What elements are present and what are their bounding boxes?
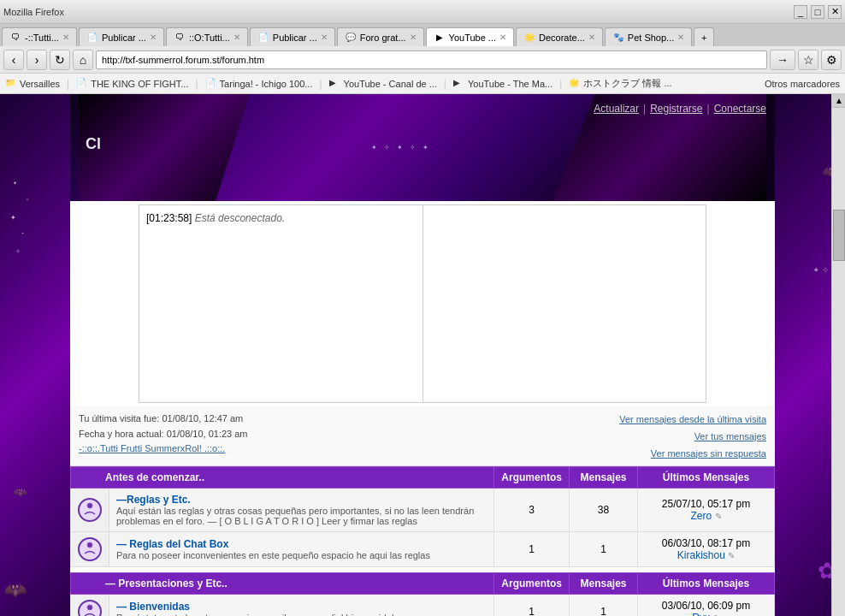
forum-name-link[interactable]: -::o::.Tutti Frutti SummerxRol! .::o::. <box>79 443 225 453</box>
other-bookmarks[interactable]: Otros marcadores <box>765 79 840 89</box>
bookmark-youtube-ma[interactable]: ▶ YouTube - The Ma... <box>453 78 552 90</box>
forum-name-link-1[interactable]: —Reglas y Etc. <box>116 494 191 506</box>
tab-close-3[interactable]: ✕ <box>233 33 240 42</box>
tab-6[interactable]: ▶ YouTube ... ✕ <box>426 27 514 46</box>
ver-tus-link[interactable]: Ver tus mensajes <box>694 431 766 441</box>
bat-icon-left2: 🦇 <box>13 485 27 499</box>
current-date-line: Fecha y hora actual: 01/08/10, 01:23 am <box>79 427 248 442</box>
tab-close-7[interactable]: ✕ <box>588 33 595 42</box>
forum-header: Cl ✦ ✧ ✦ ✧ ✦ Actualizar | Registrarse | … <box>70 94 775 201</box>
tab-label-4: Publicar ... <box>273 33 317 43</box>
bookmark-icon-king: 📄 <box>76 78 88 90</box>
forum-name-link-3[interactable]: — Bienvenidas <box>116 601 190 613</box>
bookmark-sep-4: | <box>444 78 446 90</box>
tab-close-5[interactable]: ✕ <box>410 33 417 42</box>
reload-button[interactable]: ↻ <box>50 50 70 70</box>
address-bar[interactable] <box>96 50 767 69</box>
close-button[interactable]: ✕ <box>828 5 842 19</box>
bookmark-king[interactable]: 📄 THE KING OF FIGHT... <box>76 78 188 90</box>
minimize-button[interactable]: _ <box>794 5 807 19</box>
tab-5[interactable]: 💬 Foro grat... ✕ <box>337 27 424 46</box>
back-button[interactable]: ‹ <box>3 50 24 70</box>
scrollbar-track: ▲ ▼ <box>831 94 845 616</box>
maximize-button[interactable]: □ <box>811 5 824 19</box>
forum-argumentos-3: 1 <box>494 595 570 616</box>
new-tab-button[interactable]: + <box>694 27 714 46</box>
actualizar-link[interactable]: Actualizar <box>594 103 639 115</box>
home-button[interactable]: ⌂ <box>73 50 93 70</box>
tab-favicon-6: ▶ <box>434 32 446 44</box>
bookmark-sep-3: | <box>319 78 322 90</box>
tab-4[interactable]: 📄 Publicar ... ✕ <box>250 27 335 46</box>
tab-label-3: ::O:Tutti... <box>189 33 230 43</box>
scrollbar-up[interactable]: ▲ <box>832 94 845 108</box>
forum-argumentos-1: 3 <box>494 489 570 532</box>
scrollbar-thumb[interactable] <box>833 210 845 261</box>
info-right: Ver mensajes desde la última visita Ver … <box>619 412 766 462</box>
tab-favicon-8: 🐾 <box>612 32 624 44</box>
bookmark-sep-1: | <box>67 78 69 90</box>
forum-last-user-link-2[interactable]: Kirakishou <box>677 549 725 561</box>
forum-last-1: 25/07/10, 05:17 pm Zero ✎ <box>638 489 775 532</box>
tab-favicon-4: 📄 <box>257 32 269 44</box>
section2-col-mensajes: Mensajes <box>570 573 638 595</box>
info-left: Tu última visita fue: 01/08/10, 12:47 am… <box>79 412 248 457</box>
ver-mensajes-link[interactable]: Ver mensajes desde la última visita <box>619 414 766 424</box>
bookmark-youtube-canal[interactable]: ▶ YouTube - Canal de ... <box>329 78 437 90</box>
section1-header: Antes de comenzar.. <box>71 467 494 489</box>
bat-icon-left: 🦇 <box>4 579 27 601</box>
tab-1[interactable]: 🗨 -::Tutti... ✕ <box>2 27 77 46</box>
tab-close-1[interactable]: ✕ <box>62 33 69 42</box>
browser-window: Mozilla Firefox _ □ ✕ 🗨 -::Tutti... ✕ 📄 … <box>0 0 845 94</box>
forum-last-user-2: Kirakishou ✎ <box>645 549 767 561</box>
title-bar: Mozilla Firefox _ □ ✕ <box>0 0 845 24</box>
forum-last-user-link-3[interactable]: Ryu <box>692 612 710 616</box>
right-sidebar-deco: 🦇 ✿ ✦ ✧ ✦ ▲ ▼ <box>775 94 845 616</box>
go-button[interactable]: → <box>770 50 795 70</box>
header-sep-1: | <box>643 103 646 115</box>
forum-main: Cl ✦ ✧ ✦ ✧ ✦ Actualizar | Registrarse | … <box>70 94 775 616</box>
forum-last-3: 03/06/10, 06:09 pm Ryu ✎ <box>638 595 775 616</box>
tab-favicon-7: 🌟 <box>523 32 535 44</box>
forum-row-chatbox: — Reglas del Chat Box Para no poseer inc… <box>71 532 775 567</box>
bookmark-taringa[interactable]: 📄 Taringa! - Ichigo 100... <box>205 78 313 90</box>
tab-2[interactable]: 📄 Publicar ... ✕ <box>79 27 164 46</box>
post-icon-2: ✎ <box>728 551 735 560</box>
bookmark-host[interactable]: 🌟 ホストクラブ 情報 ... <box>569 77 671 90</box>
tab-3[interactable]: 🗨 ::O:Tutti... ✕ <box>166 27 248 46</box>
forum-name-link-2[interactable]: — Reglas del Chat Box <box>116 538 228 550</box>
forum-name-line: -::o::.Tutti Frutti SummerxRol! .::o::. <box>79 441 248 457</box>
tab-close-6[interactable]: ✕ <box>499 33 506 42</box>
forward-button[interactable]: › <box>27 50 47 70</box>
tools-button[interactable]: ⚙ <box>821 50 842 70</box>
conectarse-link[interactable]: Conectarse <box>714 103 766 115</box>
tab-close-4[interactable]: ✕ <box>321 33 328 42</box>
ver-sin-respuesta-link[interactable]: Ver mensajes sin respuesta <box>651 448 766 459</box>
bookmark-button[interactable]: ☆ <box>798 50 818 70</box>
forum-row-reglas: —Reglas y Etc. Aquí están las reglas y o… <box>71 489 775 532</box>
bookmark-label-king: THE KING OF FIGHT... <box>91 79 188 89</box>
registrarse-link[interactable]: Registrarse <box>650 103 702 115</box>
nav-bar: ‹ › ↻ ⌂ → ☆ ⚙ <box>0 46 845 74</box>
tab-7[interactable]: 🌟 Decorate... ✕ <box>516 27 603 46</box>
chat-timestamp: [01:23:58] <box>146 212 192 224</box>
forum-name-cell-3: — Bienvenidas Preséntate ante los otros … <box>109 595 494 616</box>
info-bar: Tu última visita fue: 01/08/10, 12:47 am… <box>70 406 775 466</box>
forum-icon-1 <box>78 498 102 522</box>
window-title: Mozilla Firefox <box>3 7 794 17</box>
tab-8[interactable]: 🐾 Pet Shop... ✕ <box>605 27 692 46</box>
forum-last-user-1: Zero ✎ <box>645 510 767 522</box>
forum-desc-1: Aquí están las reglas y otras cosas pequ… <box>116 506 487 526</box>
tab-close-2[interactable]: ✕ <box>150 33 157 42</box>
forum-name-2: — Reglas del Chat Box <box>116 538 487 550</box>
post-icon-1: ✎ <box>715 512 722 521</box>
forum-last-user-link-1[interactable]: Zero <box>690 510 712 522</box>
bookmark-versailles[interactable]: 📁 Versailles <box>5 78 60 90</box>
bookmarks-bar: 📁 Versailles | 📄 THE KING OF FIGHT... | … <box>0 74 845 94</box>
section2-col-argumentos: Argumentos <box>494 573 570 595</box>
forum-name-1: —Reglas y Etc. <box>116 494 487 506</box>
tab-close-8[interactable]: ✕ <box>677 33 684 42</box>
tab-bar: 🗨 -::Tutti... ✕ 📄 Publicar ... ✕ 🗨 ::O:T… <box>0 24 845 46</box>
header-logo-text: Cl <box>79 128 250 160</box>
forum-name-3: — Bienvenidas <box>116 601 487 613</box>
